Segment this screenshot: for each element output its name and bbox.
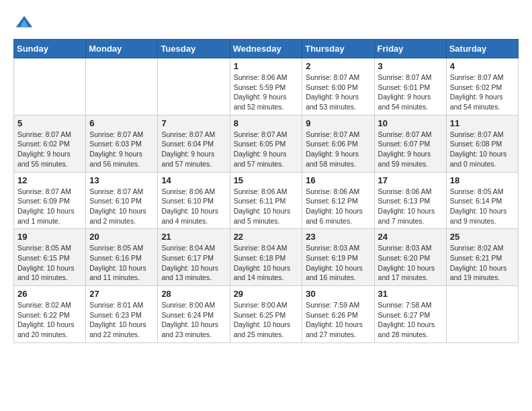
calendar-cell: 5Sunrise: 8:07 AM Sunset: 6:02 PM Daylig… [14,115,86,172]
calendar-cell: 15Sunrise: 8:06 AM Sunset: 6:11 PM Dayli… [230,172,302,229]
calendar-cell: 6Sunrise: 8:07 AM Sunset: 6:03 PM Daylig… [86,115,158,172]
day-info: Sunrise: 7:58 AM Sunset: 6:27 PM Dayligh… [378,300,443,340]
calendar-cell: 25Sunrise: 8:02 AM Sunset: 6:21 PM Dayli… [446,229,518,286]
day-number: 25 [450,232,515,242]
day-number: 10 [378,118,443,128]
day-number: 18 [450,175,515,185]
calendar-table: SundayMondayTuesdayWednesdayThursdayFrid… [13,39,519,343]
calendar-week-row: 5Sunrise: 8:07 AM Sunset: 6:02 PM Daylig… [14,115,519,172]
day-info: Sunrise: 8:07 AM Sunset: 6:00 PM Dayligh… [306,73,370,112]
day-number: 27 [89,289,154,299]
calendar-cell: 10Sunrise: 8:07 AM Sunset: 6:07 PM Dayli… [374,115,446,172]
calendar-day-header: Sunday [14,40,86,58]
logo-icon [15,13,34,32]
calendar-cell: 30Sunrise: 7:59 AM Sunset: 6:26 PM Dayli… [302,286,374,343]
calendar-cell: 12Sunrise: 8:07 AM Sunset: 6:09 PM Dayli… [14,172,86,229]
day-info: Sunrise: 8:06 AM Sunset: 6:13 PM Dayligh… [378,187,443,226]
calendar-cell: 26Sunrise: 8:02 AM Sunset: 6:22 PM Dayli… [14,286,86,343]
calendar-cell: 11Sunrise: 8:07 AM Sunset: 6:08 PM Dayli… [446,115,518,172]
calendar-cell: 14Sunrise: 8:06 AM Sunset: 6:10 PM Dayli… [158,172,230,229]
calendar-cell: 8Sunrise: 8:07 AM Sunset: 6:05 PM Daylig… [230,115,302,172]
day-info: Sunrise: 8:05 AM Sunset: 6:14 PM Dayligh… [450,187,515,226]
day-info: Sunrise: 8:00 AM Sunset: 6:25 PM Dayligh… [234,300,299,340]
calendar-cell: 3Sunrise: 8:07 AM Sunset: 6:01 PM Daylig… [374,58,446,116]
day-info: Sunrise: 8:04 AM Sunset: 6:17 PM Dayligh… [161,243,226,283]
calendar-cell: 4Sunrise: 8:07 AM Sunset: 6:02 PM Daylig… [446,58,518,116]
day-number: 2 [306,61,370,71]
day-number: 1 [234,61,299,71]
day-info: Sunrise: 8:07 AM Sunset: 6:07 PM Dayligh… [378,130,443,169]
day-info: Sunrise: 8:07 AM Sunset: 6:02 PM Dayligh… [17,130,82,169]
day-info: Sunrise: 8:07 AM Sunset: 6:05 PM Dayligh… [234,130,299,169]
calendar-cell: 31Sunrise: 7:58 AM Sunset: 6:27 PM Dayli… [374,286,446,343]
day-number: 8 [234,118,299,128]
calendar-cell: 22Sunrise: 8:04 AM Sunset: 6:18 PM Dayli… [230,229,302,286]
calendar-cell: 2Sunrise: 8:07 AM Sunset: 6:00 PM Daylig… [302,58,374,116]
calendar-week-row: 12Sunrise: 8:07 AM Sunset: 6:09 PM Dayli… [14,172,519,229]
calendar-cell: 28Sunrise: 8:00 AM Sunset: 6:24 PM Dayli… [158,286,230,343]
day-info: Sunrise: 8:06 AM Sunset: 6:11 PM Dayligh… [234,187,299,226]
logo [13,13,34,28]
day-info: Sunrise: 8:07 AM Sunset: 6:04 PM Dayligh… [161,130,226,169]
day-info: Sunrise: 8:04 AM Sunset: 6:18 PM Dayligh… [234,243,299,283]
calendar-cell [86,58,158,116]
calendar-cell: 1Sunrise: 8:06 AM Sunset: 5:59 PM Daylig… [230,58,302,116]
day-number: 24 [378,232,443,242]
calendar-cell: 18Sunrise: 8:05 AM Sunset: 6:14 PM Dayli… [446,172,518,229]
day-info: Sunrise: 8:02 AM Sunset: 6:22 PM Dayligh… [17,300,82,340]
day-info: Sunrise: 8:06 AM Sunset: 6:12 PM Dayligh… [306,187,370,226]
day-number: 23 [306,232,370,242]
day-info: Sunrise: 8:07 AM Sunset: 6:09 PM Dayligh… [17,187,82,226]
calendar-cell: 9Sunrise: 8:07 AM Sunset: 6:06 PM Daylig… [302,115,374,172]
calendar-header-row: SundayMondayTuesdayWednesdayThursdayFrid… [14,40,519,58]
day-number: 16 [306,175,370,185]
calendar-cell: 13Sunrise: 8:07 AM Sunset: 6:10 PM Dayli… [86,172,158,229]
calendar-day-header: Thursday [302,40,374,58]
calendar-cell: 20Sunrise: 8:05 AM Sunset: 6:16 PM Dayli… [86,229,158,286]
calendar-week-row: 19Sunrise: 8:05 AM Sunset: 6:15 PM Dayli… [14,229,519,286]
day-info: Sunrise: 8:06 AM Sunset: 6:10 PM Dayligh… [161,187,226,226]
day-number: 3 [378,61,443,71]
day-number: 31 [378,289,443,299]
day-number: 11 [450,118,515,128]
day-number: 26 [17,289,82,299]
day-info: Sunrise: 8:07 AM Sunset: 6:10 PM Dayligh… [89,187,154,226]
day-number: 22 [234,232,299,242]
calendar-week-row: 1Sunrise: 8:06 AM Sunset: 5:59 PM Daylig… [14,58,519,116]
calendar-week-row: 26Sunrise: 8:02 AM Sunset: 6:22 PM Dayli… [14,286,519,343]
calendar-day-header: Wednesday [230,40,302,58]
day-number: 14 [161,175,226,185]
day-info: Sunrise: 8:05 AM Sunset: 6:16 PM Dayligh… [89,243,154,283]
day-info: Sunrise: 8:07 AM Sunset: 6:03 PM Dayligh… [89,130,154,169]
day-number: 28 [161,289,226,299]
calendar-cell: 17Sunrise: 8:06 AM Sunset: 6:13 PM Dayli… [374,172,446,229]
calendar-cell: 21Sunrise: 8:04 AM Sunset: 6:17 PM Dayli… [158,229,230,286]
day-info: Sunrise: 8:03 AM Sunset: 6:20 PM Dayligh… [378,243,443,283]
day-number: 9 [306,118,370,128]
calendar-day-header: Monday [86,40,158,58]
day-info: Sunrise: 8:01 AM Sunset: 6:23 PM Dayligh… [89,300,154,340]
day-number: 19 [17,232,82,242]
day-number: 12 [17,175,82,185]
calendar-cell: 24Sunrise: 8:03 AM Sunset: 6:20 PM Dayli… [374,229,446,286]
day-info: Sunrise: 8:02 AM Sunset: 6:21 PM Dayligh… [450,243,515,283]
day-info: Sunrise: 8:06 AM Sunset: 5:59 PM Dayligh… [234,73,299,112]
day-number: 20 [89,232,154,242]
calendar-cell: 16Sunrise: 8:06 AM Sunset: 6:12 PM Dayli… [302,172,374,229]
day-number: 7 [161,118,226,128]
calendar-day-header: Tuesday [158,40,230,58]
calendar-cell: 23Sunrise: 8:03 AM Sunset: 6:19 PM Dayli… [302,229,374,286]
calendar-cell: 7Sunrise: 8:07 AM Sunset: 6:04 PM Daylig… [158,115,230,172]
day-number: 5 [17,118,82,128]
day-number: 15 [234,175,299,185]
day-number: 13 [89,175,154,185]
calendar-cell: 19Sunrise: 8:05 AM Sunset: 6:15 PM Dayli… [14,229,86,286]
day-number: 21 [161,232,226,242]
day-info: Sunrise: 8:07 AM Sunset: 6:06 PM Dayligh… [306,130,370,169]
day-info: Sunrise: 8:07 AM Sunset: 6:01 PM Dayligh… [378,73,443,112]
day-number: 6 [89,118,154,128]
calendar-cell: 29Sunrise: 8:00 AM Sunset: 6:25 PM Dayli… [230,286,302,343]
day-number: 30 [306,289,370,299]
day-info: Sunrise: 8:07 AM Sunset: 6:02 PM Dayligh… [450,73,515,112]
calendar-cell [14,58,86,116]
